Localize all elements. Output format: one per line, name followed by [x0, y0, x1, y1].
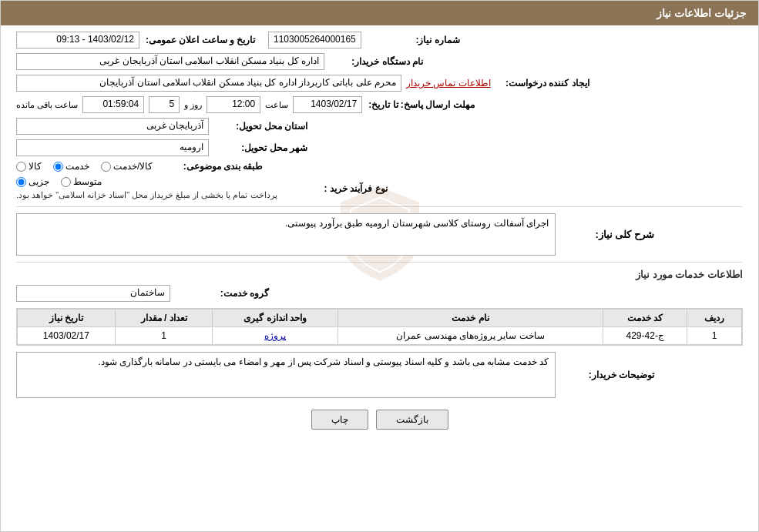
creator-contact-link[interactable]: اطلاعات تماس خریدار — [406, 78, 491, 89]
deadline-label: مهلت ارسال پاسخ: تا تاریخ: — [368, 99, 474, 110]
service-group-row: گروه خدمت: ساختمان — [16, 285, 743, 302]
process-row: نوع فرآیند خرید : متوسط جزیی پرداخت تمام… — [16, 176, 743, 200]
process-jozii-label: جزیی — [29, 176, 49, 187]
description-label: شرح کلی نیاز: — [562, 229, 654, 240]
creator-value: محرم علی باباتی کاربرداز اداره کل بنیاد … — [16, 75, 401, 92]
buyer-org-label: نام دستگاه خریدار: — [331, 56, 423, 67]
description-textarea[interactable] — [16, 213, 556, 256]
divider2 — [16, 262, 743, 263]
creator-label: ایجاد کننده درخواست: — [497, 78, 589, 89]
category-kala-khadamat-radio[interactable] — [101, 162, 111, 172]
deadline-days: 5 — [149, 96, 180, 113]
province-row: استان محل تحویل: آذربایجان غربی — [16, 118, 743, 135]
category-row: طبقه بندی موضوعی: کالا/خدمت خدمت کالا — [16, 161, 743, 172]
page-title: جزئیات اطلاعات نیاز — [657, 7, 747, 19]
city-label: شهر محل تحویل: — [215, 142, 307, 153]
deadline-row: مهلت ارسال پاسخ: تا تاریخ: 1403/02/17 سا… — [16, 96, 743, 113]
process-jozii-radio[interactable] — [16, 177, 26, 187]
category-khadamat-label: خدمت — [65, 161, 89, 172]
col-row: ردیف — [687, 309, 742, 327]
category-khadamat-radio[interactable] — [53, 162, 63, 172]
divider1 — [16, 206, 743, 207]
city-row: شهر محل تحویل: ارومیه — [16, 139, 743, 156]
category-kala-label: کالا — [29, 161, 42, 172]
deadline-days-label: روز و — [184, 100, 202, 110]
category-kala-khadamat-option[interactable]: کالا/خدمت — [101, 161, 153, 172]
deadline-time: 12:00 — [207, 96, 260, 113]
service-info-title: اطلاعات خدمات مورد نیاز — [16, 269, 743, 280]
date-label: تاریخ و ساعت اعلان عمومی: — [146, 35, 255, 45]
col-name: نام خدمت — [338, 309, 603, 327]
services-table: ردیف کد خدمت نام خدمت واحد اندازه گیری ت… — [17, 309, 742, 345]
service-group-label: گروه خدمت: — [176, 288, 269, 299]
col-date: تاریخ نیاز — [18, 309, 116, 327]
buyer-desc-label: توضیحات خریدار: — [562, 370, 654, 380]
need-number-value: 1103005264000165 — [268, 32, 361, 49]
date-value: 1403/02/12 - 09:13 — [16, 32, 139, 49]
need-number-row: شماره نیاز: 1103005264000165 تاریخ و ساع… — [16, 32, 743, 49]
deadline-remaining-label: ساعت باقی مانده — [16, 100, 78, 110]
col-code: کد خدمت — [603, 309, 687, 327]
buyer-org-value: اداره کل بنیاد مسکن انقلاب اسلامی استان … — [16, 53, 324, 70]
buyer-desc-box: کد خدمت مشابه می باشد و کلیه اسناد پیوست… — [16, 352, 556, 398]
process-motevaset-radio[interactable] — [61, 177, 71, 187]
deadline-fields: 1403/02/17 ساعت 12:00 روز و 5 01:59:04 س… — [16, 96, 362, 113]
buyer-desc-row: توضیحات خریدار: کد خدمت مشابه می باشد و … — [16, 352, 743, 398]
back-button[interactable]: بازگشت — [376, 410, 448, 430]
table-row: 1ج-42-429ساخت سایر پروژه‌های مهندسی عمرا… — [18, 327, 742, 345]
need-number-label: شماره نیاز: — [368, 35, 460, 45]
process-motevaset-label: متوسط — [73, 176, 102, 187]
print-button[interactable]: چاپ — [311, 410, 368, 430]
process-desc: پرداخت تمام یا بخشی از مبلغ خریداز محل "… — [16, 190, 277, 200]
services-table-container: ردیف کد خدمت نام خدمت واحد اندازه گیری ت… — [16, 308, 743, 346]
main-content: شماره نیاز: 1103005264000165 تاریخ و ساع… — [1, 25, 758, 447]
category-label: طبقه بندی موضوعی: — [170, 161, 263, 172]
province-value: آذربایجان غربی — [16, 118, 209, 135]
category-kala-khadamat-label: کالا/خدمت — [113, 161, 153, 172]
page-container: جزئیات اطلاعات نیاز شماره نیاز: 11030052… — [0, 0, 759, 532]
deadline-date: 1403/02/17 — [293, 96, 362, 113]
province-label: استان محل تحویل: — [215, 121, 307, 132]
category-khadamat-option[interactable]: خدمت — [53, 161, 89, 172]
creator-row: ایجاد کننده درخواست: اطلاعات تماس خریدار… — [16, 75, 743, 92]
bottom-buttons: بازگشت چاپ — [16, 410, 743, 430]
process-jozii-option[interactable]: جزیی — [16, 176, 49, 187]
description-row: شرح کلی نیاز: — [16, 213, 743, 256]
col-count: تعداد / مقدار — [115, 309, 213, 327]
description-section: AnaFinder.NET شرح کلی نیاز: — [16, 213, 743, 256]
process-label: نوع فرآیند خرید : — [295, 183, 388, 194]
service-group-value: ساختمان — [16, 285, 170, 302]
page-header: جزئیات اطلاعات نیاز — [1, 1, 758, 25]
deadline-time-label: ساعت — [265, 100, 288, 110]
buyer-org-row: نام دستگاه خریدار: اداره کل بنیاد مسکن ا… — [16, 53, 743, 70]
deadline-remaining: 01:59:04 — [82, 96, 144, 113]
col-unit: واحد اندازه گیری — [213, 309, 338, 327]
category-kala-radio[interactable] — [16, 162, 26, 172]
process-motevaset-option[interactable]: متوسط — [61, 176, 102, 187]
category-kala-option[interactable]: کالا — [16, 161, 42, 172]
city-value: ارومیه — [16, 139, 209, 156]
